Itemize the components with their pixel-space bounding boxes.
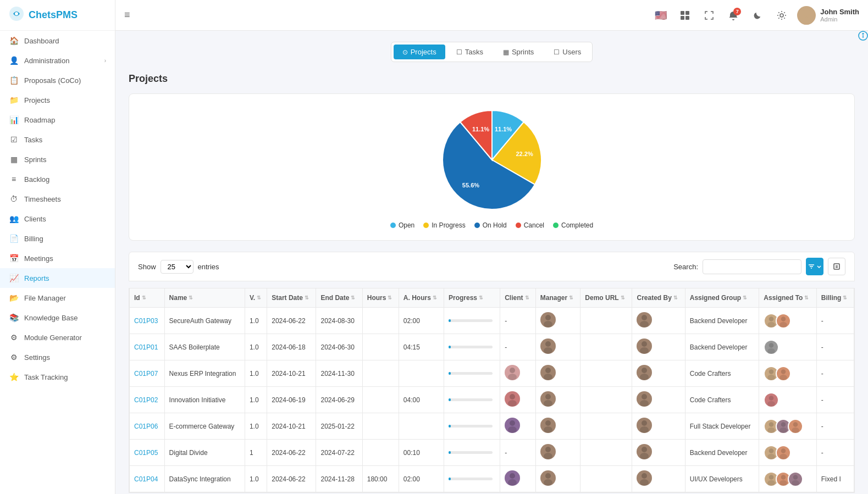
user-profile[interactable]: John Smith Admin (797, 6, 859, 25)
apps-icon[interactable] (676, 7, 694, 24)
sidebar-item-settings[interactable]: ⚙ Settings (0, 347, 115, 367)
nav-label-meetings: Meetings (24, 254, 53, 263)
language-selector[interactable]: 🇺🇸 (652, 7, 670, 24)
notifications-icon[interactable]: 7 (725, 7, 742, 24)
menu-toggle-icon[interactable]: ≡ (124, 9, 130, 21)
project-client: - (500, 440, 536, 466)
col-header-end-date[interactable]: End Date⇅ (316, 288, 362, 308)
col-header-a--hours[interactable]: A. Hours⇅ (399, 288, 444, 308)
svg-point-64 (793, 422, 798, 427)
col-header-progress[interactable]: Progress⇅ (444, 288, 500, 308)
sidebar-item-tasks[interactable]: ☑ Tasks (0, 130, 115, 149)
legend-dot (553, 223, 559, 228)
fullscreen-icon[interactable] (700, 7, 718, 24)
sidebar-item-task-tracking[interactable]: ⭐ Task Tracking (0, 367, 115, 387)
sidebar-item-reports[interactable]: 📈 Reports (0, 268, 115, 288)
sidebar-item-dashboard[interactable]: 🏠 Dashboard (0, 31, 115, 51)
col-header-assigned-to[interactable]: Assigned To⇅ (759, 288, 816, 308)
project-hours (362, 360, 399, 387)
col-header-assigned-group[interactable]: Assigned Group⇅ (685, 288, 759, 308)
project-id[interactable]: C01P03 (130, 308, 165, 334)
project-assigned-group: UI/UX Developers (685, 466, 759, 492)
svg-point-43 (767, 374, 775, 380)
filter-button[interactable] (806, 258, 823, 275)
nav-icon-sprints: ▦ (9, 155, 19, 164)
col-header-created-by[interactable]: Created By⇅ (632, 288, 685, 308)
dark-mode-icon[interactable] (749, 7, 766, 24)
info-icon[interactable] (858, 31, 868, 43)
table-row: C01P04DataSync Integration1.02024-06-222… (130, 466, 854, 492)
settings-icon[interactable] (773, 7, 790, 24)
svg-rect-3 (685, 11, 689, 15)
col-header-demo-url[interactable]: Demo URL⇅ (580, 288, 632, 308)
project-assigned-to (759, 387, 816, 413)
project-name: Digital Divide (164, 440, 245, 466)
project-id[interactable]: C01P07 (130, 360, 165, 387)
col-header-manager[interactable]: Manager⇅ (535, 288, 580, 308)
project-demo-url (580, 413, 632, 440)
sidebar-item-module-generator[interactable]: ⚙ Module Generator (0, 328, 115, 347)
project-version: 1.0 (245, 466, 267, 492)
svg-text:55.6%: 55.6% (462, 182, 479, 188)
project-id[interactable]: C01P02 (130, 387, 165, 413)
project-id[interactable]: C01P06 (130, 413, 165, 440)
tab-sprints[interactable]: ▦Sprints (494, 45, 543, 59)
entries-select[interactable]: 2550100 (161, 260, 193, 274)
sidebar-item-meetings[interactable]: 📅 Meetings (0, 248, 115, 268)
svg-point-74 (510, 473, 515, 479)
nav-icon-backlog: ≡ (9, 175, 19, 184)
svg-point-56 (545, 420, 551, 426)
project-end-date: 2024-07-22 (316, 440, 362, 466)
svg-point-30 (545, 341, 551, 347)
project-assigned-group: Code Crafters (685, 387, 759, 413)
svg-point-31 (544, 347, 552, 354)
nav-icon-module-generator: ⚙ (9, 333, 19, 342)
project-name: SecureAuth Gateway (164, 308, 245, 334)
col-header-hours[interactable]: Hours⇅ (362, 288, 399, 308)
sidebar-item-proposals[interactable]: 📋 Proposals (CoCo) (0, 70, 115, 90)
sidebar: ChetsPMS 🏠 Dashboard 👤 Administration › … (0, 0, 115, 494)
nav-arrow-administration: › (104, 58, 106, 64)
tab-tasks[interactable]: ☐Tasks (447, 45, 492, 59)
col-header-client[interactable]: Client⇅ (500, 288, 536, 308)
nav-label-billing: Billing (24, 235, 43, 243)
legend-item-completed: Completed (553, 221, 593, 229)
project-start-date: 2024-06-22 (267, 440, 316, 466)
sidebar-item-file-manager[interactable]: 📂 File Manager (0, 288, 115, 308)
project-id[interactable]: C01P05 (130, 440, 165, 466)
svg-point-55 (508, 426, 517, 433)
project-demo-url (580, 440, 632, 466)
col-header-id[interactable]: Id⇅ (130, 288, 165, 308)
svg-point-33 (640, 347, 649, 354)
tab-projects[interactable]: ⊙Projects (394, 45, 445, 59)
nav-icon-meetings: 📅 (9, 254, 19, 263)
legend-dot (423, 223, 429, 228)
project-id[interactable]: C01P04 (130, 466, 165, 492)
tab-users[interactable]: ☐Users (545, 45, 590, 59)
sidebar-item-projects[interactable]: 📁 Projects (0, 90, 115, 110)
project-actual-hours: 04:00 (399, 387, 444, 413)
export-button[interactable] (828, 258, 845, 275)
chart-legend: OpenIn ProgressOn HoldCancelCompleted (390, 221, 593, 229)
sidebar-item-timesheets[interactable]: ⏱ Timesheets (0, 189, 115, 209)
project-version: 1.0 (245, 308, 267, 334)
sidebar-item-roadmap[interactable]: 📊 Roadmap (0, 110, 115, 130)
col-header-name[interactable]: Name⇅ (164, 288, 245, 308)
sidebar-item-backlog[interactable]: ≡ Backlog (0, 169, 115, 189)
col-header-start-date[interactable]: Start Date⇅ (267, 288, 316, 308)
sidebar-item-clients[interactable]: 👥 Clients (0, 209, 115, 229)
sidebar-item-knowledge-base[interactable]: 📚 Knowledge Base (0, 308, 115, 328)
sidebar-item-billing[interactable]: 📄 Billing (0, 229, 115, 248)
search-input[interactable] (703, 259, 801, 274)
project-id[interactable]: C01P01 (130, 334, 165, 360)
legend-dot (474, 223, 480, 228)
table-controls: Show 2550100 entries Search: (129, 252, 855, 281)
sidebar-item-sprints[interactable]: ▦ Sprints (0, 149, 115, 169)
sidebar-item-administration[interactable]: 👤 Administration › (0, 51, 115, 70)
tab-icon-projects: ⊙ (402, 48, 408, 56)
table-row: C01P07Nexus ERP Integration1.02024-10-21… (130, 360, 854, 387)
nav-label-timesheets: Timesheets (24, 195, 61, 203)
col-header-v-[interactable]: V.⇅ (245, 288, 267, 308)
col-header-billing[interactable]: Billing⇅ (816, 288, 854, 308)
entries-label: entries (198, 263, 219, 271)
